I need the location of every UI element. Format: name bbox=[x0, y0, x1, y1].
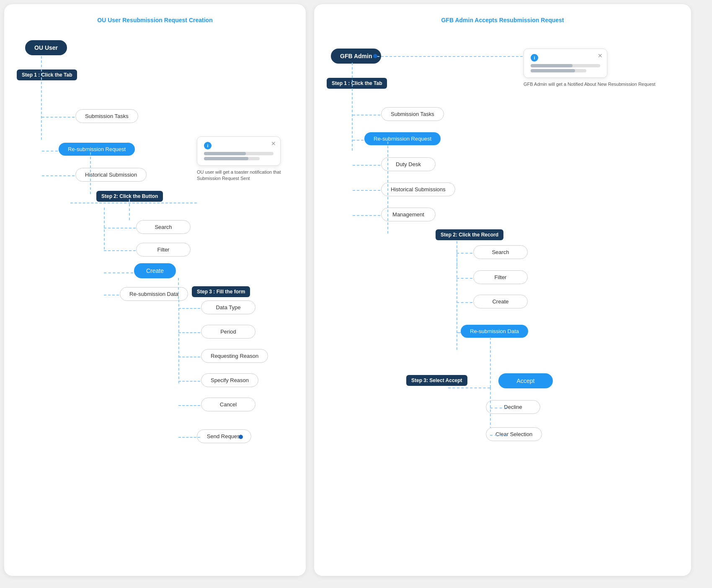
ou-toast-label: OU user will get a toaster notification … bbox=[197, 169, 297, 182]
form-requesting-reason[interactable]: Requesting Reason bbox=[201, 349, 268, 363]
form-specify-reason[interactable]: Specify Reason bbox=[201, 373, 258, 387]
right-menu-duty-desk[interactable]: Duty Desk bbox=[381, 157, 436, 171]
menu-historical-submission[interactable]: Historical Submission bbox=[75, 168, 147, 182]
gfb-toast-notification: i ✕ bbox=[524, 49, 607, 78]
form-cancel[interactable]: Cancel bbox=[201, 398, 255, 411]
right-step3-badge: Step 3: Select Accept bbox=[406, 375, 467, 386]
btn-search[interactable]: Search bbox=[136, 220, 191, 234]
right-diagram-area: i ✕ GFB Admin will get a Notified About … bbox=[322, 36, 683, 563]
right-step1-badge: Step 1 : Click the Tab bbox=[327, 78, 387, 89]
ou-toast-notification: i ✕ bbox=[197, 136, 281, 166]
right-menu-historical-submissions[interactable]: Historical Submissions bbox=[381, 182, 455, 196]
main-container: OU User Resubmission Request Creation OU… bbox=[4, 4, 708, 576]
right-btn-accept[interactable]: Accept bbox=[498, 373, 553, 388]
close-icon[interactable]: ✕ bbox=[271, 140, 276, 147]
form-data-type[interactable]: Data Type bbox=[201, 300, 255, 314]
right-btn-create[interactable]: Create bbox=[473, 295, 528, 308]
gfb-notification-label: GFB Admin will get a Notified About New … bbox=[524, 81, 655, 87]
right-btn-clear-selection[interactable]: Clear Selection bbox=[486, 427, 542, 441]
left-diagram-area: OU User Step 1 : Click the Tab Submissio… bbox=[13, 36, 297, 563]
left-step1-badge: Step 1 : Click the Tab bbox=[17, 69, 77, 80]
left-panel-title: OU User Resubmission Request Creation bbox=[13, 17, 297, 23]
right-btn-resubmission-data[interactable]: Re-submission Data bbox=[461, 325, 528, 338]
left-panel: OU User Resubmission Request Creation OU… bbox=[4, 4, 306, 576]
right-btn-search[interactable]: Search bbox=[473, 245, 528, 259]
right-step2-badge: Step 2: Click the Record bbox=[436, 229, 503, 240]
right-btn-filter[interactable]: Filter bbox=[473, 270, 528, 284]
menu-resubmission-request[interactable]: Re-submission Request bbox=[59, 143, 135, 156]
info-icon-right: i bbox=[531, 54, 538, 62]
info-icon: i bbox=[204, 142, 212, 149]
right-menu-management[interactable]: Management bbox=[381, 208, 436, 221]
form-send-request[interactable]: Send Request bbox=[197, 429, 251, 443]
right-btn-decline[interactable]: Decline bbox=[486, 400, 540, 414]
right-panel: GFB Admin Accepts Resubmission Request i… bbox=[314, 4, 691, 576]
ou-user-actor: OU User bbox=[25, 40, 67, 55]
left-step3-badge: Step 3 : Fill the form bbox=[192, 286, 250, 297]
close-icon-right[interactable]: ✕ bbox=[598, 52, 603, 59]
form-period[interactable]: Period bbox=[201, 325, 255, 339]
menu-submission-tasks[interactable]: Submission Tasks bbox=[75, 109, 138, 123]
btn-filter[interactable]: Filter bbox=[136, 243, 191, 257]
btn-create[interactable]: Create bbox=[134, 263, 176, 278]
right-panel-title: GFB Admin Accepts Resubmission Request bbox=[322, 17, 683, 23]
right-menu-submission-tasks[interactable]: Submission Tasks bbox=[381, 107, 444, 121]
right-menu-resubmission-request[interactable]: Re-submission Request bbox=[364, 132, 441, 145]
